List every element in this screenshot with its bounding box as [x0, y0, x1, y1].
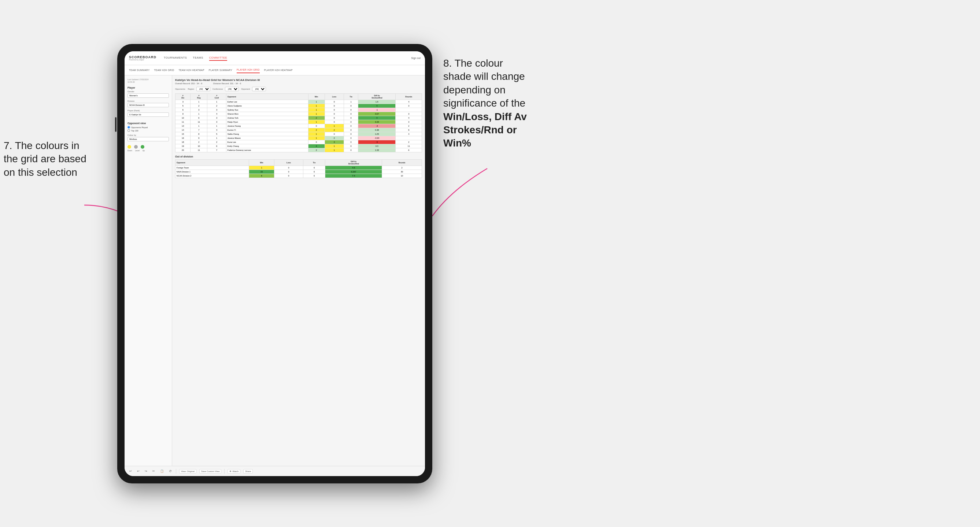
ood-col-loss: Loss: [274, 160, 303, 166]
ood-table-cell: 0: [303, 166, 325, 170]
nav-sign-out[interactable]: Sign out: [411, 57, 421, 59]
undo-btn[interactable]: ↩: [128, 469, 133, 473]
opponent-view-title: Opponent view: [127, 122, 169, 124]
table-cell: 1: [325, 144, 344, 148]
table-cell: Andrea York: [226, 116, 308, 120]
ood-table-cell: 1: [249, 166, 274, 170]
redo-btn[interactable]: ↩: [136, 469, 141, 473]
table-row: 633Sydney Kuo100-1: [175, 108, 422, 112]
col-conf: #Conf: [207, 94, 226, 100]
sub-nav-player-h2h-heatmap[interactable]: PLAYER H2H HEATMAP: [264, 67, 293, 73]
table-cell: 0: [344, 104, 358, 108]
table-cell: 0: [344, 136, 358, 140]
table-cell: Alexis Sudjianto: [226, 104, 308, 108]
table-row: 20117Federica Domecq Lacroze2101.336: [175, 148, 422, 152]
table-cell: 1: [207, 100, 226, 104]
opp-filter-select[interactable]: (All): [252, 87, 266, 91]
table-cell: 0.38: [358, 128, 396, 132]
sub-nav-player-summary[interactable]: PLAYER SUMMARY: [209, 67, 232, 73]
conf-filter-select[interactable]: (All): [225, 87, 239, 91]
table-cell: 1: [308, 108, 325, 112]
save-custom-view-btn[interactable]: Save Custom View: [199, 469, 222, 473]
colour-dot-level: [134, 145, 138, 149]
sub-nav-team-h2h-grid[interactable]: TEAM H2H GRID: [154, 67, 174, 73]
fwd-btn[interactable]: ↪: [143, 469, 148, 473]
last-updated: Last Updated: 27/03/2024 16:55:38: [127, 78, 169, 84]
ood-col-opponent: Opponent: [175, 160, 249, 166]
region-filter-label: Region: [188, 88, 194, 90]
table-cell: 3.33: [358, 120, 396, 124]
table-cell: 0: [325, 112, 344, 116]
table-cell: 2: [207, 140, 226, 144]
nav-tournaments[interactable]: TOURNAMENTS: [164, 55, 187, 61]
table-cell: Sydney Kuo: [226, 108, 308, 112]
table-cell: Federica Domecq Lacroze: [226, 148, 308, 152]
table-cell: 2: [325, 136, 344, 140]
table-cell: 0: [344, 108, 358, 112]
view-original-btn[interactable]: View: Original: [179, 469, 196, 473]
table-cell: 0: [344, 124, 358, 128]
toolbar: ↩ ↩ ↪ ✂ 📋 ⏱ View: Original Save Custom V…: [124, 466, 425, 476]
table-cell: 3: [191, 108, 207, 112]
radio-top100[interactable]: Top 100: [127, 129, 169, 132]
cut-btn[interactable]: ✂: [151, 469, 156, 473]
table-cell: Jessica Mason: [226, 136, 308, 140]
share-btn[interactable]: Share: [243, 469, 253, 473]
table-cell: 1: [308, 120, 325, 124]
colour-dot-up: [141, 145, 144, 149]
ood-table-cell: 30: [382, 170, 422, 174]
watch-btn[interactable]: 👁 Watch: [228, 469, 240, 473]
table-cell: 0: [308, 124, 325, 128]
table-cell: 4: [358, 104, 396, 108]
nav-teams[interactable]: TEAMS: [193, 55, 203, 61]
colour-by-select[interactable]: Win/loss: [127, 137, 169, 141]
table-cell: 1: [191, 112, 207, 116]
opponent-radio-group: Opponents Played Top 100: [127, 126, 169, 132]
paste-btn[interactable]: 📋: [159, 469, 165, 473]
gender-select[interactable]: Women's: [127, 94, 169, 98]
table-cell: 1.25: [358, 132, 396, 136]
region-filter-select[interactable]: (All): [196, 87, 210, 91]
table-cell: 1: [191, 100, 207, 104]
table-cell: Stella Cheng: [226, 132, 308, 136]
table-cell: 9: [175, 112, 191, 116]
table-cell: 4: [396, 100, 422, 104]
out-of-division-table: Opponent Win Loss Tie Diff AvStrokes/Rnd…: [175, 159, 422, 178]
radio-opponents-played[interactable]: Opponents Played: [127, 126, 169, 129]
table-cell: 1: [325, 148, 344, 152]
col-div: #Div: [175, 94, 191, 100]
table-cell: 0: [325, 132, 344, 136]
opponents-label: Opponents:: [175, 88, 185, 90]
logo-subtitle: Powered by clippd: [129, 59, 156, 61]
nav-committee[interactable]: COMMITTEE: [209, 55, 228, 61]
table-cell: 3.67: [358, 112, 396, 116]
table-row: 1311Jessica Huang010-32: [175, 124, 422, 128]
sub-nav-team-h2h-heatmap[interactable]: TEAM H2H HEATMAP: [178, 67, 204, 73]
clock-btn[interactable]: ⏱: [168, 469, 173, 473]
ood-table-cell: 4.5: [325, 166, 382, 170]
table-cell: 4: [358, 116, 396, 120]
table-cell: 2: [207, 104, 226, 108]
sub-nav-team-summary[interactable]: TEAM SUMMARY: [129, 67, 150, 73]
sub-nav-player-h2h-grid[interactable]: PLAYER H2H GRID: [237, 67, 260, 73]
table-cell: -1: [358, 108, 396, 112]
table-cell: 0: [325, 120, 344, 124]
table-cell: 1.33: [358, 148, 396, 152]
col-diff: Diff AvStrokes/Rnd: [358, 94, 396, 100]
ood-col-win: Win: [249, 160, 274, 166]
table-cell: 4: [396, 116, 422, 120]
table-cell: 6: [207, 144, 226, 148]
table-cell: -5: [358, 140, 396, 144]
ood-table-cell: 7.4: [325, 174, 382, 178]
table-cell: Esther Lee: [226, 100, 308, 104]
table-cell: 3: [207, 108, 226, 112]
player-section-title: Player: [127, 86, 169, 89]
opp-filter-label: Opponent: [241, 88, 250, 90]
table-cell: 4: [308, 144, 325, 148]
rank-select[interactable]: 8. Katelyn Vo: [127, 113, 169, 117]
toolbar-sep2: [224, 469, 224, 474]
ood-col-rounds: Rounds: [382, 160, 422, 166]
table-cell: 0: [325, 100, 344, 104]
sub-nav: TEAM SUMMARY TEAM H2H GRID TEAM H2H HEAT…: [124, 65, 425, 75]
division-select[interactable]: NCAA Division III: [127, 103, 169, 107]
